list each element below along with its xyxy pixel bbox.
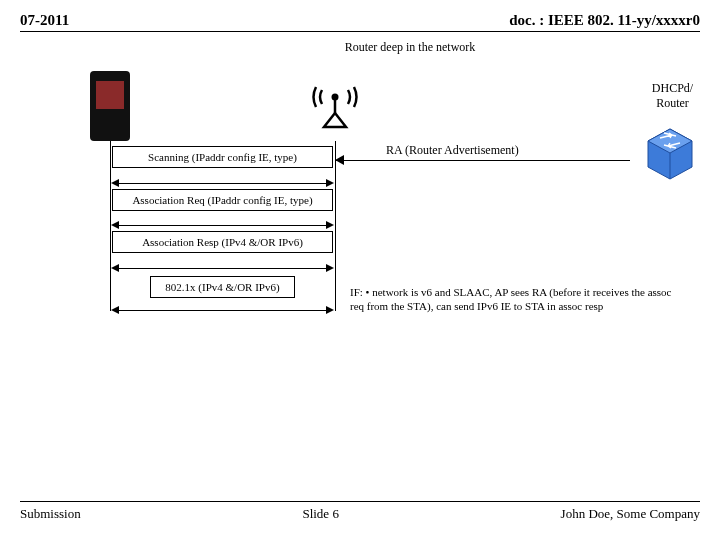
msg-assoc-resp: Association Resp (IPv4 &/OR IPv6) <box>112 231 333 253</box>
sequence-diagram: MIKE KIRA DHCPd/ Router RA <box>20 61 700 361</box>
phone-screen-text: MIKE KIRA <box>96 85 124 90</box>
access-point-icon <box>310 69 360 133</box>
msg-8021x: 802.1x (IPv4 &/OR IPv6) <box>150 276 295 298</box>
header-rule <box>20 31 700 32</box>
footer-slide-number: Slide 6 <box>302 506 338 522</box>
msg-assoc-req: Association Req (IPaddr config IE, type) <box>112 189 333 211</box>
condition-note: IF: • network is v6 and SLAAC, AP sees R… <box>350 286 680 314</box>
msg-scanning: Scanning (IPaddr config IE, type) <box>112 146 333 168</box>
arrow-ra: RA (Router Advertisement) <box>336 151 630 165</box>
footer-left: Submission <box>20 506 81 522</box>
ra-label: RA (Router Advertisement) <box>386 143 519 158</box>
slide-footer: Submission Slide 6 John Doe, Some Compan… <box>20 501 700 522</box>
header-doc-id: doc. : IEEE 802. 11-yy/xxxxr0 <box>509 12 700 29</box>
lifeline-ap <box>335 141 336 311</box>
router-label: DHCPd/ Router <box>645 81 700 111</box>
router-icon <box>640 121 700 181</box>
slide-title: Router deep in the network <box>100 40 720 55</box>
footer-author: John Doe, Some Company <box>561 506 700 522</box>
header-date: 07-2011 <box>20 12 69 29</box>
smartphone-icon: MIKE KIRA <box>90 71 130 141</box>
svg-point-0 <box>332 94 339 101</box>
